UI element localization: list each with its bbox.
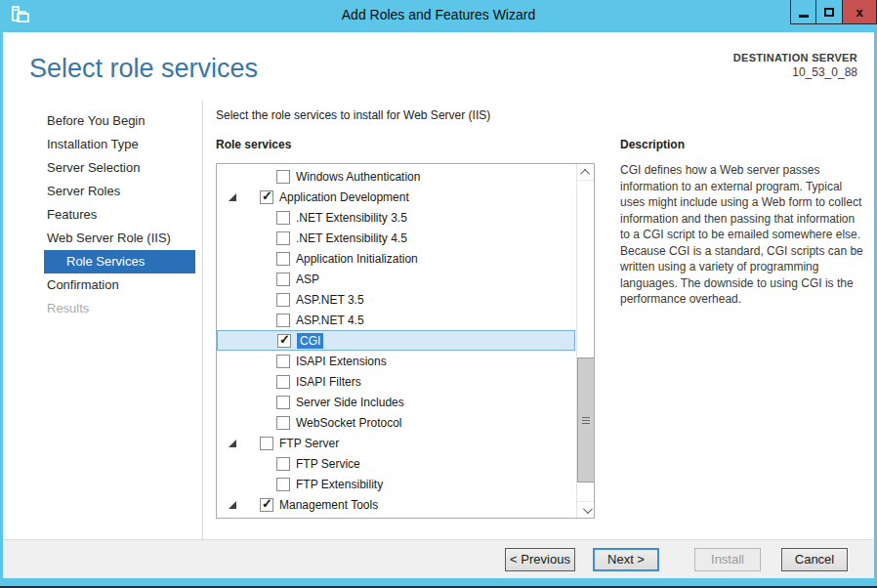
checkbox[interactable]: ✓ <box>277 334 291 348</box>
tree-row[interactable]: ASP.NET 3.5 <box>217 289 575 310</box>
close-icon: x <box>856 6 862 19</box>
tree-row-label: ISAPI Extensions <box>296 355 387 368</box>
sidebar-item-results: Results <box>44 297 195 320</box>
checkbox[interactable] <box>276 396 290 409</box>
page-title: Select role services <box>29 54 258 84</box>
checkbox[interactable] <box>276 478 290 491</box>
tree-row-label: FTP Service <box>296 457 360 471</box>
checkbox[interactable] <box>276 375 290 389</box>
tree-row-label: FTP Server <box>279 437 339 450</box>
close-button[interactable]: x <box>843 0 877 24</box>
checkmark-icon: ✓ <box>262 496 272 511</box>
checkbox[interactable] <box>276 457 290 471</box>
expander-triangle-icon[interactable] <box>229 440 236 447</box>
destination-server-value: 10_53_0_88 <box>733 65 857 79</box>
checkbox[interactable] <box>276 293 290 307</box>
window-controls: x <box>790 0 877 24</box>
scrollbar[interactable] <box>576 164 594 518</box>
tree-row[interactable]: ✓Application Development <box>217 187 575 207</box>
window-border-bottom <box>0 578 877 586</box>
install-button: Install <box>694 548 761 571</box>
sidebar-item-web-server-role-iis-[interactable]: Web Server Role (IIS) <box>44 227 195 250</box>
sidebar-item-role-services[interactable]: Role Services <box>44 250 195 273</box>
tree-row[interactable]: ISAPI Extensions <box>217 351 575 371</box>
tree-row[interactable]: FTP Extensibility <box>217 474 575 494</box>
minimize-button[interactable] <box>790 0 816 24</box>
checkmark-icon: ✓ <box>279 332 290 347</box>
expander-triangle-icon[interactable] <box>229 501 236 509</box>
tree-row[interactable]: Application Initialization <box>217 248 575 269</box>
scrollbar-thumb[interactable] <box>577 357 595 483</box>
chevron-up-icon <box>580 168 590 178</box>
sidebar-item-installation-type[interactable]: Installation Type <box>44 133 195 156</box>
tree-row-label: Server Side Includes <box>296 396 404 409</box>
expander-triangle-icon[interactable] <box>229 193 236 201</box>
sidebar-item-confirmation[interactable]: Confirmation <box>44 273 195 297</box>
sidebar-item-before-you-begin[interactable]: Before You Begin <box>44 109 195 133</box>
tree-row-label: WebSocket Protocol <box>296 416 402 430</box>
tree-row[interactable]: WebSocket Protocol <box>217 412 575 433</box>
role-services-label: Role services <box>216 138 291 151</box>
window-title: Add Roles and Features Wizard <box>342 7 535 22</box>
titlebar: Add Roles and Features Wizard x <box>0 0 877 29</box>
tree-row[interactable]: ISAPI Filters <box>217 371 575 392</box>
tree-row[interactable]: .NET Extensibility 3.5 <box>217 207 575 228</box>
destination-server: DESTINATION SERVER 10_53_0_88 <box>733 52 857 79</box>
cancel-button[interactable]: Cancel <box>781 548 848 571</box>
tree-row[interactable]: ASP <box>217 269 575 289</box>
tree-row-label: .NET Extensibility 3.5 <box>296 211 407 225</box>
wizard-body: Select role services DESTINATION SERVER … <box>0 29 877 578</box>
scrollbar-track[interactable] <box>577 181 595 501</box>
instruction-text: Select the role services to install for … <box>216 108 490 122</box>
minimize-icon <box>799 15 809 18</box>
tree-row[interactable]: FTP Server <box>217 433 575 453</box>
checkbox[interactable] <box>276 355 290 368</box>
gripper-icon <box>582 420 590 421</box>
scroll-up-button[interactable] <box>577 164 595 181</box>
tree-row-label: ASP <box>296 273 319 286</box>
tree-row[interactable]: ✓CGI <box>217 330 575 351</box>
tree-row-label: ISAPI Filters <box>296 375 361 389</box>
tree-row-label: .NET Extensibility 4.5 <box>296 231 407 245</box>
tree-row[interactable]: ASP.NET 4.5 <box>217 310 575 330</box>
chevron-down-icon <box>582 504 592 514</box>
description-body: CGI defines how a Web server passes info… <box>620 162 864 308</box>
checkbox[interactable]: ✓ <box>260 498 273 512</box>
next-button[interactable]: Next > <box>593 548 659 571</box>
checkbox[interactable] <box>260 437 273 450</box>
tree-row-label: CGI <box>297 333 323 349</box>
checkbox[interactable] <box>276 170 290 184</box>
wizard-window: Add Roles and Features Wizard x Select r… <box>0 0 877 588</box>
sidebar-item-server-roles[interactable]: Server Roles <box>44 180 195 203</box>
checkbox[interactable] <box>276 252 290 266</box>
tree-row[interactable]: Server Side Includes <box>217 392 575 412</box>
tree-row[interactable]: .NET Extensibility 4.5 <box>217 228 575 248</box>
tree-row[interactable]: FTP Service <box>217 453 575 474</box>
sidebar-item-server-selection[interactable]: Server Selection <box>44 156 195 180</box>
previous-button[interactable]: < Previous <box>505 548 575 571</box>
maximize-button[interactable] <box>816 0 843 24</box>
tree-row[interactable]: ✓Management Tools <box>217 494 575 515</box>
destination-server-label: DESTINATION SERVER <box>733 52 857 63</box>
footer-button-bar: < PreviousNext >InstallCancel <box>3 539 874 578</box>
description-title: Description <box>620 138 685 151</box>
tree-row-label: Management Tools <box>279 498 378 512</box>
tree-row-label: Application Development <box>279 190 409 204</box>
checkbox[interactable] <box>276 231 290 245</box>
scroll-down-button[interactable] <box>577 501 595 518</box>
sidebar-divider <box>202 101 203 571</box>
sidebar-item-features[interactable]: Features <box>44 203 195 227</box>
checkbox[interactable]: ✓ <box>260 190 273 204</box>
checkbox[interactable] <box>276 273 290 286</box>
tree-row-label: Application Initialization <box>296 252 418 266</box>
gripper-icon <box>582 417 590 418</box>
maximize-icon <box>824 8 834 17</box>
checkbox[interactable] <box>276 314 290 327</box>
tree-row[interactable]: Windows Authentication <box>217 166 575 187</box>
checkbox[interactable] <box>276 416 290 430</box>
role-services-listbox: Windows Authentication✓Application Devel… <box>216 163 595 519</box>
role-services-tree: Windows Authentication✓Application Devel… <box>217 166 575 515</box>
tree-row-label: FTP Extensibility <box>296 478 383 491</box>
checkbox[interactable] <box>276 211 290 225</box>
sidebar-nav: Before You BeginInstallation TypeServer … <box>44 109 195 320</box>
